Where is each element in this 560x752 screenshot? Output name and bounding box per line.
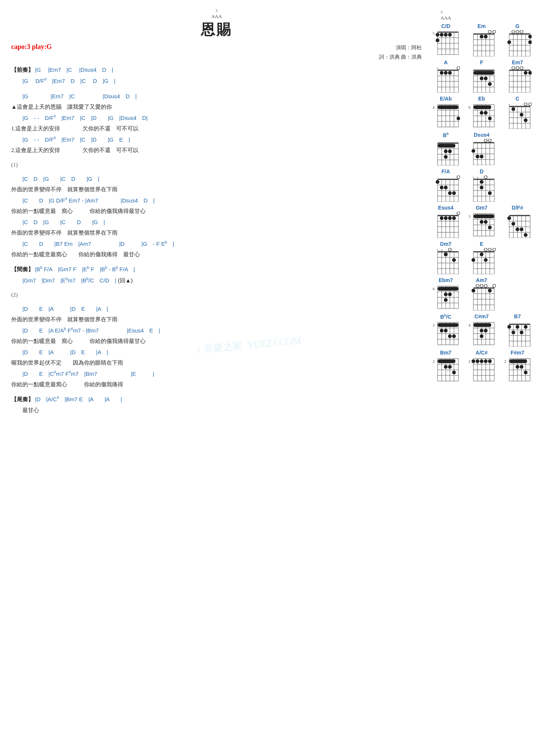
chord-e: E bbox=[465, 241, 498, 274]
chord-line-11: |D E |A E/Ab F#m7 - |Bm7 |Esus4 E | bbox=[11, 325, 422, 335]
chord-row-8: Bb/C 3 bbox=[429, 313, 549, 347]
chord-em: Em bbox=[465, 23, 498, 56]
chord-f-svg bbox=[468, 66, 496, 93]
svg-point-206 bbox=[480, 186, 483, 189]
svg-point-255 bbox=[520, 228, 523, 231]
svg-point-141 bbox=[511, 107, 515, 111]
chord-line-2: |G |Em7 |C |Dsus4 D | bbox=[11, 91, 422, 101]
svg-point-290 bbox=[472, 258, 475, 262]
chord-cd: C/D 5 bbox=[429, 23, 462, 56]
svg-point-403 bbox=[480, 359, 483, 363]
svg-point-369 bbox=[511, 331, 515, 334]
svg-point-208 bbox=[480, 180, 483, 184]
svg-point-222 bbox=[444, 216, 448, 220]
svg-point-322 bbox=[488, 289, 492, 293]
svg-point-50 bbox=[457, 66, 460, 69]
svg-rect-353 bbox=[473, 323, 491, 327]
svg-point-160 bbox=[488, 139, 491, 142]
svg-point-173 bbox=[476, 155, 479, 158]
svg-point-404 bbox=[484, 359, 488, 363]
svg-point-338 bbox=[444, 329, 448, 332]
chord-c-svg: × bbox=[504, 103, 532, 129]
svg-point-339 bbox=[448, 334, 452, 338]
svg-point-80 bbox=[488, 82, 492, 86]
right-panel: 3 AAA C/D 5 bbox=[429, 7, 549, 418]
svg-point-126 bbox=[488, 117, 492, 120]
chord-eb-svg: 6 bbox=[468, 103, 496, 129]
svg-point-187 bbox=[436, 180, 439, 184]
svg-rect-155 bbox=[438, 144, 455, 148]
svg-point-372 bbox=[524, 325, 528, 329]
svg-point-256 bbox=[524, 233, 528, 237]
title-area: 3 AAA 恩賜 bbox=[11, 7, 422, 39]
svg-point-65 bbox=[448, 71, 452, 75]
sub-2: (2) bbox=[11, 290, 422, 300]
chord-line-12: |D E |A |D E |A | bbox=[11, 347, 422, 357]
lyric-1: ▲這會是上天的恩賜 讓我愛了又愛的你 bbox=[11, 102, 422, 112]
svg-point-207 bbox=[488, 191, 492, 195]
svg-point-49 bbox=[528, 40, 532, 44]
svg-point-340 bbox=[452, 334, 456, 338]
performer-info: 演唱：阿杜 詞：洪典 曲：洪典 bbox=[379, 43, 422, 62]
chord-em-svg bbox=[468, 30, 496, 56]
chord-eab-svg: 4 bbox=[432, 103, 460, 129]
svg-point-95 bbox=[524, 71, 528, 75]
svg-point-402 bbox=[476, 359, 479, 363]
chord-b7-svg bbox=[504, 321, 532, 347]
chord-line-6: |C D |G D/F# Em7 - |Am7 |Dsus4 D | bbox=[11, 195, 422, 205]
svg-point-356 bbox=[480, 334, 483, 338]
svg-point-419 bbox=[516, 365, 519, 369]
svg-point-355 bbox=[484, 329, 488, 332]
svg-point-209 bbox=[457, 212, 460, 215]
chord-gm7-svg: 3 bbox=[468, 212, 496, 238]
svg-point-124 bbox=[480, 111, 483, 115]
chord-dm7-svg: × × bbox=[432, 248, 460, 274]
lyric-5: 你給的一點暖意最 窩心 你給的傷我痛得最甘心 bbox=[11, 206, 422, 216]
chord-row-0: C/D 5 bbox=[429, 23, 549, 56]
svg-point-274 bbox=[488, 248, 491, 251]
svg-point-421 bbox=[524, 371, 528, 374]
svg-point-17 bbox=[436, 38, 439, 42]
svg-rect-303 bbox=[438, 287, 458, 291]
lyric-7: 你給的一點暖意最窩心 你給的傷我痛得 最甘心 bbox=[11, 250, 422, 260]
svg-point-239 bbox=[484, 220, 488, 224]
chord-a: A × bbox=[429, 59, 462, 93]
chord-e-svg bbox=[468, 248, 496, 274]
svg-point-16 bbox=[448, 33, 452, 37]
chord-line-13: |D E |C#m7 F#m7 |Bm7 |E | bbox=[11, 369, 422, 379]
svg-point-304 bbox=[444, 293, 448, 296]
lyric-11: 你給的一點暖意最窩心 你給的傷我痛得 bbox=[11, 380, 422, 390]
svg-point-158 bbox=[444, 155, 448, 159]
svg-rect-237 bbox=[473, 214, 494, 218]
svg-point-190 bbox=[448, 191, 452, 195]
svg-point-14 bbox=[440, 33, 444, 37]
svg-text:3: 3 bbox=[469, 214, 470, 219]
prelude-label: 【前奏】 |G |Em7 |C |Dsus4 D | bbox=[11, 65, 422, 75]
svg-point-254 bbox=[516, 228, 519, 231]
svg-point-386 bbox=[444, 365, 448, 369]
chord-am7: Am7 bbox=[465, 277, 498, 310]
svg-point-308 bbox=[480, 284, 483, 287]
performer: 演唱：阿杜 bbox=[379, 43, 422, 52]
chord-d: D × × bbox=[465, 168, 498, 202]
svg-point-13 bbox=[436, 33, 439, 37]
svg-point-15 bbox=[444, 33, 448, 37]
chord-eb: Eb 6 bbox=[465, 96, 498, 129]
svg-point-354 bbox=[480, 329, 483, 332]
svg-point-47 bbox=[528, 35, 532, 38]
chord-bm7: Bm7 2 bbox=[429, 350, 462, 383]
chord-esus4: Esus4 bbox=[429, 205, 462, 238]
svg-point-18 bbox=[488, 30, 491, 33]
lyric-4: 外面的世界變得不停 就算整個世界在下雨 bbox=[11, 185, 422, 195]
chord-dfsharp-svg bbox=[504, 212, 532, 238]
svg-point-221 bbox=[440, 216, 444, 220]
svg-point-224 bbox=[452, 216, 456, 220]
chord-line-9: |Gm7 |Dm7 |Ebm7 |Bb/C C/D | (回▲) bbox=[11, 275, 422, 285]
svg-point-128 bbox=[524, 103, 527, 106]
svg-point-371 bbox=[520, 331, 523, 334]
outro-label: 【尾奏】 |D |A/C# |Bm7 E |A |A | bbox=[11, 394, 422, 405]
chord-bm7-svg: 2 bbox=[432, 357, 460, 383]
chord-fsharp-m7-svg: 2 bbox=[504, 357, 532, 383]
svg-point-405 bbox=[488, 359, 492, 363]
main-container: 3 AAA 恩賜 capo:3 play:G 演唱：阿杜 詞：洪典 曲：洪典 【… bbox=[0, 0, 560, 425]
